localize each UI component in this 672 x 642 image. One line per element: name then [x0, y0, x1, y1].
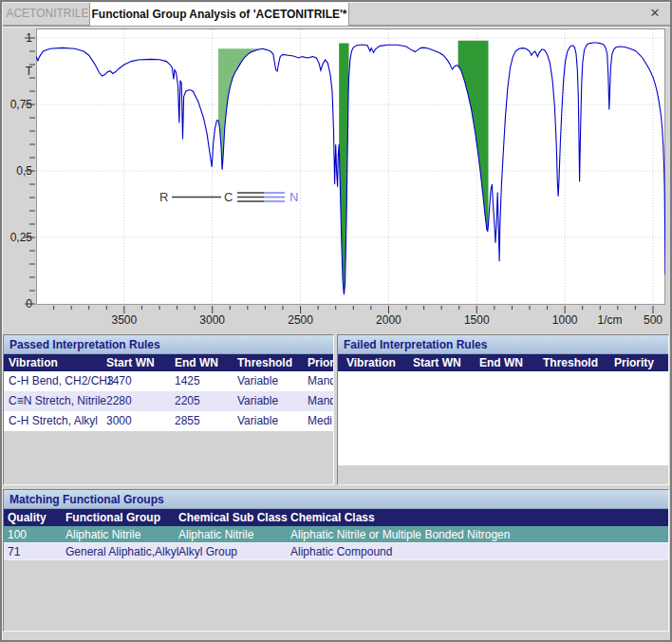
cell: Variable — [237, 411, 278, 431]
table-row[interactable]: 71 General Aliphatic,Alkyl Alkyl Group A… — [4, 543, 668, 560]
column-header[interactable]: Chemical Sub Class — [178, 509, 288, 526]
tab-label: Functional Group Analysis of 'ACETONITRI… — [91, 8, 346, 21]
column-header[interactable]: Vibration — [346, 354, 396, 371]
content-divider — [2, 26, 670, 28]
ir-spectrum-chart[interactable]: RCN — [36, 28, 665, 305]
column-header[interactable]: Threshold — [543, 354, 598, 371]
column-header[interactable]: End WN — [479, 354, 523, 371]
table-row[interactable]: C-H Bend, CH2/CH3 1470 1425 Variable Man… — [4, 371, 333, 391]
svg-text:C: C — [224, 190, 233, 204]
cell: Aliphatic Nitrile — [178, 526, 253, 543]
svg-text:R: R — [159, 190, 168, 204]
column-header[interactable]: Prior — [308, 354, 334, 371]
x-tick-label: 500 — [627, 312, 672, 328]
column-header[interactable]: End WN — [175, 354, 218, 371]
cell: 2855 — [175, 411, 200, 431]
tab-bar: ACETONITRILE Functional Group Analysis o… — [2, 2, 670, 26]
cell: Variable — [237, 371, 278, 391]
cell: Alkyl Group — [178, 543, 237, 560]
x-tick-label: 1500 — [451, 312, 502, 328]
panel-title: Matching Functional Groups — [4, 490, 668, 509]
cell: C≡N Stretch, Nitrile — [9, 391, 106, 411]
column-header[interactable]: Chemical Class — [290, 509, 375, 526]
x-axis-labels: 3500300025002000150010001/cm500 — [36, 312, 665, 328]
x-tick-label: 2500 — [275, 312, 327, 328]
cell: 3000 — [106, 411, 132, 431]
cell: 1470 — [106, 371, 132, 391]
cell: 1425 — [175, 371, 200, 391]
x-tick-label: 1000 — [539, 312, 590, 328]
panel-title: Passed Interpretation Rules — [4, 335, 333, 354]
cell: Aliphatic Nitrile — [65, 526, 140, 543]
column-header[interactable]: Quality — [8, 509, 47, 526]
x-tick-label: 3000 — [187, 312, 238, 328]
cell: Aliphatic Nitrile or Multiple Bonded Nit… — [290, 526, 510, 543]
cell: Mand — [308, 391, 334, 411]
cell: 100 — [8, 526, 27, 543]
close-icon[interactable]: ✕ — [647, 6, 663, 21]
tab-label: ACETONITRILE — [6, 7, 88, 20]
cell: 71 — [8, 543, 20, 560]
tab-acetonitrile[interactable]: ACETONITRILE — [6, 2, 89, 26]
table-row[interactable]: C≡N Stretch, Nitrile 2280 2205 Variable … — [4, 391, 333, 411]
cell: General Aliphatic,Alkyl — [65, 543, 178, 560]
x-tick-label: 2000 — [363, 312, 414, 328]
cell: Aliphatic Compound — [290, 543, 392, 560]
passed-rules-panel: Passed Interpretation Rules Vibration St… — [3, 334, 334, 485]
column-header[interactable]: Start WN — [106, 354, 155, 371]
table-row-selected[interactable]: 100 Aliphatic Nitrile Aliphatic Nitrile … — [4, 526, 668, 543]
cell: C-H Stretch, Alkyl — [9, 411, 98, 431]
table-header-row: Vibration Start WN End WN Threshold Prio… — [338, 354, 668, 371]
app-window: ACETONITRILE Functional Group Analysis o… — [0, 0, 672, 642]
table-row[interactable]: C-H Stretch, Alkyl 3000 2855 Variable Me… — [4, 411, 333, 431]
cell: Medi — [308, 411, 332, 431]
x-tick-label: 3500 — [99, 312, 150, 328]
failed-rules-panel: Failed Interpretation Rules Vibration St… — [337, 334, 669, 485]
table-header-row: Quality Functional Group Chemical Sub Cl… — [4, 509, 668, 526]
column-header[interactable]: Threshold — [237, 354, 292, 371]
table-header-row: Vibration Start WN End WN Threshold Prio… — [4, 354, 333, 371]
cell: 2205 — [175, 391, 200, 411]
matching-groups-panel: Matching Functional Groups Quality Funct… — [3, 489, 669, 632]
cell: C-H Bend, CH2/CH3 — [9, 371, 114, 391]
cell: 2280 — [106, 391, 132, 411]
svg-text:N: N — [289, 190, 298, 204]
y-axis-ruler — [21, 28, 36, 305]
tab-functional-group-analysis[interactable]: Functional Group Analysis of 'ACETONITRI… — [89, 2, 349, 26]
column-header[interactable]: Functional Group — [65, 509, 160, 526]
empty-table-body — [338, 371, 668, 465]
cell: Mand — [308, 371, 334, 391]
column-header[interactable]: Priority — [614, 354, 654, 371]
column-header[interactable]: Vibration — [9, 354, 58, 371]
column-header[interactable]: Start WN — [413, 354, 461, 371]
cell: Variable — [237, 391, 278, 411]
panel-title: Failed Interpretation Rules — [338, 335, 668, 354]
